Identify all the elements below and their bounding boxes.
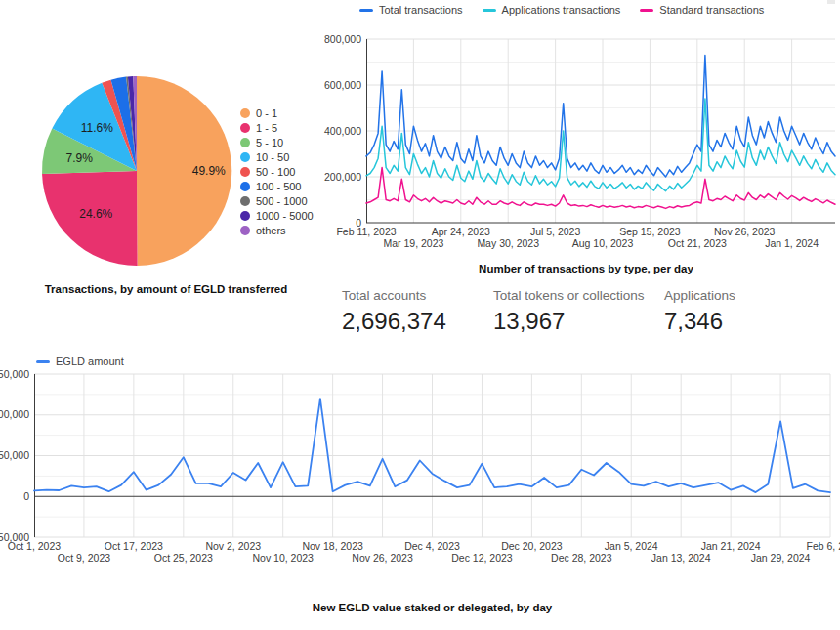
x-tick-label: Jan 21, 2024: [701, 540, 761, 552]
legend-swatch: [240, 123, 250, 133]
x-tick-label: Nov 26, 2023: [352, 552, 413, 564]
legend-swatch: [240, 226, 250, 235]
x-tick-label: Oct 9, 2023: [58, 552, 110, 564]
legend-label: Total transactions: [379, 4, 463, 16]
legend-label: 10 - 50: [256, 151, 289, 163]
x-tick-label: Nov 18, 2023: [302, 540, 363, 552]
legend-swatch: [483, 9, 496, 12]
y-tick-label: 50,000: [0, 449, 29, 461]
legend-item-applications-transactions[interactable]: Applications transactions: [483, 4, 621, 16]
legend-item-10-50[interactable]: 10 - 50: [240, 151, 314, 163]
x-tick-label: Feb 11, 2023: [336, 226, 396, 237]
stat-value: 13,967: [493, 308, 645, 335]
x-tick-label: Jul 5, 2023: [530, 226, 581, 237]
stat-label: Total tokens or collections: [493, 288, 645, 303]
x-tick-label: Oct 17, 2023: [105, 540, 163, 552]
legend-item-egld-amount[interactable]: EGLD amount: [36, 356, 124, 367]
egld-staked-chart[interactable]: -50,000050,000100,000150,000Oct 1, 2023O…: [34, 374, 830, 537]
legend-swatch: [240, 182, 250, 191]
transactions-chart-legend: Total transactionsApplications transacti…: [359, 4, 764, 16]
x-tick-label: Mar 19, 2023: [383, 237, 443, 249]
legend-item-total-transactions[interactable]: Total transactions: [359, 4, 463, 16]
y-tick-label: 100,000: [0, 408, 29, 420]
x-tick-label: Jan 29, 2024: [751, 552, 811, 564]
x-tick-label: Apr 24, 2023: [432, 226, 490, 237]
pie-percent-label: 7.9%: [66, 151, 94, 165]
pie-legend: 0 - 11 - 55 - 1010 - 5050 - 100100 - 500…: [240, 107, 314, 236]
y-tick-label: 0: [23, 490, 29, 502]
x-tick-label: Jan 5, 2024: [605, 540, 658, 552]
x-tick-label: Nov 2, 2023: [205, 540, 261, 552]
egld-chart-legend: EGLD amount: [36, 356, 124, 367]
x-tick-label: Aug 10, 2023: [572, 237, 634, 249]
legend-item-0-1[interactable]: 0 - 1: [240, 107, 314, 119]
x-tick-label: Oct 21, 2023: [668, 237, 727, 249]
cropped-ui-fragment: [827, 0, 835, 4]
x-tick-label: Dec 12, 2023: [451, 552, 513, 564]
x-tick-label: Dec 4, 2023: [404, 540, 460, 552]
y-tick-label: 200,000: [324, 171, 361, 183]
x-tick-label: Sep 15, 2023: [619, 226, 681, 237]
x-tick-label: Nov 26, 2023: [714, 226, 776, 237]
legend-label: Standard transactions: [659, 4, 764, 16]
legend-label: EGLD amount: [56, 356, 124, 367]
legend-item-standard-transactions[interactable]: Standard transactions: [640, 4, 764, 16]
legend-swatch: [240, 108, 250, 118]
legend-item-500-1000[interactable]: 500 - 1000: [240, 195, 314, 207]
legend-swatch: [240, 196, 250, 206]
legend-label: 5 - 10: [256, 137, 283, 148]
legend-label: 1000 - 5000: [256, 210, 314, 222]
legend-swatch: [36, 360, 50, 363]
x-tick-label: Oct 1, 2023: [8, 540, 61, 552]
transactions-by-type-chart[interactable]: 0200,000400,000600,000800,000Feb 11, 202…: [366, 39, 835, 223]
legend-item-5-10[interactable]: 5 - 10: [240, 137, 314, 148]
y-tick-label: 600,000: [324, 79, 361, 91]
pie-percent-label: 24.6%: [79, 207, 112, 221]
legend-item-1-5[interactable]: 1 - 5: [240, 122, 314, 134]
y-tick-label: 150,000: [0, 368, 29, 380]
legend-label: 100 - 500: [256, 181, 301, 192]
legend-label: Applications transactions: [502, 4, 621, 16]
stat-applications: Applications 7,346: [664, 288, 735, 335]
legend-item-1000-5000[interactable]: 1000 - 5000: [240, 210, 314, 222]
x-tick-label: Oct 25, 2023: [154, 552, 213, 564]
legend-swatch: [240, 138, 250, 147]
pie-chart-title: Transactions, by amount of EGLD transfer…: [0, 283, 332, 295]
analytics-dashboard: 49.9%24.6%7.9%11.6% 0 - 11 - 55 - 1010 -…: [0, 0, 840, 630]
x-tick-label: Nov 10, 2023: [252, 552, 314, 564]
x-tick-label: Jan 13, 2024: [651, 552, 711, 564]
legend-swatch: [240, 152, 250, 162]
legend-label: 500 - 1000: [256, 195, 308, 207]
x-tick-label: Jan 1, 2024: [765, 237, 819, 249]
legend-label: 50 - 100: [256, 166, 295, 178]
stat-total-accounts: Total accounts 2,696,374: [342, 288, 446, 335]
legend-item-others[interactable]: others: [240, 225, 314, 236]
legend-swatch: [359, 9, 373, 12]
stat-total-tokens: Total tokens or collections 13,967: [493, 288, 645, 335]
legend-swatch: [240, 167, 250, 177]
legend-swatch: [240, 211, 250, 221]
y-tick-label: 400,000: [324, 125, 361, 137]
x-tick-label: Dec 28, 2023: [551, 552, 612, 564]
stat-value: 7,346: [664, 308, 735, 335]
y-tick-label: 800,000: [324, 33, 361, 45]
legend-label: 1 - 5: [256, 122, 277, 134]
stat-value: 2,696,374: [342, 308, 446, 335]
transactions-chart-title: Number of transactions by type, per day: [347, 263, 825, 274]
pie-chart[interactable]: 49.9%24.6%7.9%11.6%: [42, 76, 231, 266]
stat-label: Total accounts: [342, 288, 446, 303]
egld-chart-title: New EGLD value staked or delegated, by d…: [34, 602, 830, 613]
legend-label: others: [256, 225, 286, 236]
pie-percent-label: 49.9%: [192, 164, 226, 178]
legend-swatch: [640, 9, 653, 12]
stat-label: Applications: [664, 288, 735, 303]
legend-item-50-100[interactable]: 50 - 100: [240, 166, 314, 178]
legend-item-100-500[interactable]: 100 - 500: [240, 181, 314, 192]
x-tick-label: May 30, 2023: [477, 237, 539, 249]
pie-percent-label: 11.6%: [81, 121, 113, 135]
x-tick-label: Feb 6, 2…: [806, 540, 840, 552]
legend-label: 0 - 1: [256, 107, 277, 119]
x-tick-label: Dec 20, 2023: [501, 540, 563, 552]
